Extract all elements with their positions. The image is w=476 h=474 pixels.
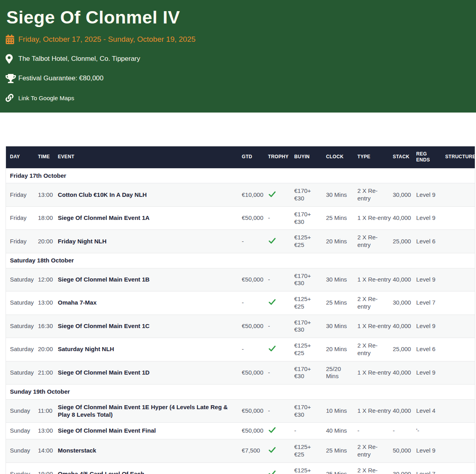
column-header-gtd: GTD — [238, 146, 264, 168]
cell-buyin: €125+ €25 — [290, 439, 322, 463]
cell-clock: 25 Mins — [322, 291, 354, 315]
header-row: DAYTIMEEVENTGTDTROPHYBUYINCLOCKTYPESTACK… — [6, 146, 475, 168]
day-group-label: Sunday 19th October — [6, 385, 475, 400]
cell-gtd: €50,000 — [238, 361, 264, 385]
cell-reg-ends: Level 7 — [412, 462, 441, 474]
cell-clock: 30 Mins — [322, 315, 354, 338]
trophy-icon — [6, 74, 18, 83]
cell-gtd: - — [238, 230, 264, 253]
cell-buyin: €170+ €30 — [290, 361, 322, 385]
cell-reg-ends: Level 9 — [412, 183, 441, 207]
column-header-type: TYPE — [354, 146, 389, 168]
cell-stack: 50,000 — [389, 439, 412, 463]
cell-event: Monsterstack — [54, 439, 238, 463]
event-row: Saturday21:00Siege Of Clonmel Main Event… — [6, 361, 475, 385]
festival-header: Siege Of Clonmel IV Friday, October 17, … — [0, 0, 476, 113]
column-header-reg-ends: REG ENDS — [412, 146, 441, 168]
cell-day: Saturday — [6, 268, 34, 291]
cell-gtd: €50,000 — [238, 423, 264, 439]
trophy-check-icon — [268, 299, 276, 305]
cell-trophy — [264, 183, 290, 207]
cell-gtd: - — [238, 338, 264, 361]
schedule-section: DAYTIMEEVENTGTDTROPHYBUYINCLOCKTYPESTACK… — [6, 146, 476, 474]
cell-time: 18:00 — [34, 206, 54, 230]
cell-clock: 30 Mins — [322, 183, 354, 207]
cell-event: Omaha 7-Max — [54, 291, 238, 315]
cell-trophy — [264, 462, 290, 474]
cell-buyin: €170+ €30 — [290, 183, 322, 207]
cell-reg-ends: Level 6 — [412, 230, 441, 253]
event-row: Sunday13:00Siege Of Clonmel Main Event F… — [6, 423, 475, 439]
event-row: Saturday12:00Siege Of Clonmel Main Event… — [6, 268, 475, 291]
cell-day: Saturday — [6, 361, 34, 385]
cell-type: 2 X Re- entry — [354, 291, 389, 315]
cell-trophy: - — [264, 206, 290, 230]
cell-clock: 25 Mins — [322, 439, 354, 463]
cell-stack: 40,000 — [389, 315, 412, 338]
event-row: Friday18:00Siege Of Clonmel Main Event 1… — [6, 206, 475, 230]
cell-stack: 25,000 — [389, 338, 412, 361]
day-group-row: Sunday 19th October — [6, 385, 475, 400]
cell-time: 14:00 — [34, 439, 54, 463]
event-row: Sunday19:00Omaha 4/5 Card Level Of Each-… — [6, 462, 475, 474]
cell-type: 1 X Re-entry — [354, 315, 389, 338]
cell-trophy: - — [264, 399, 290, 423]
cell-gtd: €10,000 — [238, 183, 264, 207]
cell-stack: 40,000 — [389, 268, 412, 291]
cell-type: 2 X Re- entry — [354, 439, 389, 463]
cell-buyin: €170+ €30 — [290, 268, 322, 291]
event-row: Sunday14:00Monsterstack€7,500€125+ €2525… — [6, 439, 475, 463]
cell-buyin: €170+ €30 — [290, 206, 322, 230]
cell-clock: 20 Mins — [322, 338, 354, 361]
cell-reg-ends: Level 9 — [412, 206, 441, 230]
cell-event: Saturday Night NLH — [54, 338, 238, 361]
cell-clock: 25 Mins — [322, 206, 354, 230]
cell-type: - — [354, 423, 389, 439]
column-header-day: DAY — [6, 146, 34, 168]
cell-event: Cotton Club €10K In A Day NLH — [54, 183, 238, 207]
guarantee-row: Festival Guarantee: €80,000 — [6, 73, 470, 84]
cell-stack: 30,000 — [389, 462, 412, 474]
cell-trophy — [264, 291, 290, 315]
cell-stack: - — [389, 423, 412, 439]
event-row: Saturday13:00Omaha 7-Max-€125+ €2525 Min… — [6, 291, 475, 315]
cell-day: Sunday — [6, 462, 34, 474]
cell-structure — [441, 268, 475, 291]
cell-trophy — [264, 338, 290, 361]
day-group-row: Saturday 18th October — [6, 253, 475, 268]
cell-buyin: €170+ €30 — [290, 315, 322, 338]
cell-reg-ends: Level 9 — [412, 268, 441, 291]
cell-time: 13:00 — [34, 183, 54, 207]
cell-time: 12:00 — [34, 268, 54, 291]
cell-stack: 40,000 — [389, 361, 412, 385]
cell-reg-ends: Level 9 — [412, 361, 441, 385]
trophy-check-icon — [268, 237, 276, 244]
cell-stack: 30,000 — [389, 291, 412, 315]
cell-day: Friday — [6, 230, 34, 253]
cell-day: Friday — [6, 206, 34, 230]
festival-dates-label: Friday, October 17, 2025 - Sunday, Octob… — [18, 35, 195, 44]
cell-buyin: €125+ €25 — [290, 338, 322, 361]
cell-time: 11:00 — [34, 399, 54, 423]
column-header-trophy: TROPHY — [264, 146, 290, 168]
cell-event: Siege Of Clonmel Main Event 1D — [54, 361, 238, 385]
cell-reg-ends: Level 9 — [412, 439, 441, 463]
cell-day: Sunday — [6, 439, 34, 463]
cell-clock: 30 Mins — [322, 268, 354, 291]
cell-event: Siege Of Clonmel Main Event 1A — [54, 206, 238, 230]
cell-trophy — [264, 230, 290, 253]
cell-day: Saturday — [6, 315, 34, 338]
cell-day: Friday — [6, 183, 34, 207]
cell-stack: 30,000 — [389, 183, 412, 207]
cell-buyin: - — [290, 423, 322, 439]
cell-type: 1 X Re-entry — [354, 361, 389, 385]
column-header-clock: CLOCK — [322, 146, 354, 168]
google-maps-link[interactable]: Link To Google Maps — [6, 93, 470, 103]
cell-event: Siege Of Clonmel Main Event 1B — [54, 268, 238, 291]
trophy-check-icon — [268, 447, 276, 453]
cell-trophy — [264, 423, 290, 439]
cell-buyin: €125+ €25 — [290, 462, 322, 474]
venue-label: The Talbot Hotel, Clonmel, Co. Tipperary — [18, 55, 140, 63]
cell-structure — [441, 291, 475, 315]
google-maps-link-label: Link To Google Maps — [18, 95, 74, 101]
